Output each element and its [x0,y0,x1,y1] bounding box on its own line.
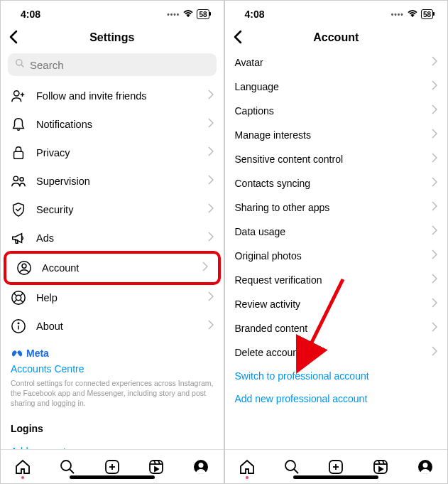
row-help[interactable]: Help [1,284,224,312]
row-privacy[interactable]: Privacy [1,139,224,167]
battery-icon: 58 [197,9,209,19]
row-review-activity[interactable]: Review activity [225,292,448,316]
chevron-right-icon [202,262,208,274]
chevron-right-icon [432,153,437,166]
row-label: Language [235,81,422,92]
tab-home[interactable] [13,458,32,476]
row-label: Delete account [235,347,422,358]
nav-header: Settings [1,25,224,50]
search-box[interactable] [8,53,217,76]
svg-point-0 [16,60,22,65]
row-supervision[interactable]: Supervision [1,167,224,195]
add-professional-link[interactable]: Add new professional account [225,387,448,410]
svg-line-31 [294,469,298,473]
row-label: Privacy [36,147,198,158]
tab-search[interactable] [58,458,77,476]
people-icon [11,173,26,189]
row-account[interactable]: Account [6,254,218,282]
row-follow-invite[interactable]: Follow and invite friends [1,82,224,110]
svg-line-20 [70,469,74,473]
status-bar: 4:08 •••• 58 [225,1,448,25]
tab-profile[interactable] [192,458,210,476]
svg-point-7 [20,178,23,181]
row-label: Security [36,204,198,215]
bell-icon [11,117,26,132]
svg-line-13 [21,294,23,296]
row-avatar[interactable]: Avatar [225,50,448,75]
tab-create[interactable] [103,458,121,476]
home-indicator [293,475,378,479]
svg-point-9 [22,264,26,268]
status-time: 4:08 [245,9,265,20]
row-label: About [36,321,198,332]
chevron-right-icon [208,118,214,131]
row-sharing-other-apps[interactable]: Sharing to other apps [225,195,448,220]
svg-point-29 [199,463,204,468]
row-data-usage[interactable]: Data usage [225,220,448,244]
back-button[interactable] [234,30,242,47]
row-ads[interactable]: Ads [1,224,224,252]
row-about[interactable]: About [1,312,224,340]
tab-home[interactable] [238,458,256,476]
row-label: Help [36,292,198,303]
row-notifications[interactable]: Notifications [1,110,224,139]
meta-brand-text: Meta [26,348,49,359]
row-label: Captions [235,105,422,117]
add-account-link[interactable]: Add account [1,440,224,449]
svg-point-6 [13,176,18,181]
row-manage-interests[interactable]: Manage interests [225,123,448,147]
chevron-right-icon [208,175,214,188]
svg-point-40 [422,463,427,468]
home-indicator [70,475,155,479]
row-label: Data usage [235,226,422,237]
chevron-right-icon [208,90,214,102]
back-button[interactable] [9,30,18,47]
cellular-dots-icon: •••• [167,11,180,18]
chevron-right-icon [432,225,437,238]
status-bar: 4:08 •••• 58 [1,1,224,25]
wifi-icon [182,9,194,20]
row-label: Branded content [235,323,422,334]
row-captions[interactable]: Captions [225,99,448,123]
highlight-annotation: Account [4,251,221,285]
chevron-right-icon [208,291,214,304]
tab-reels[interactable] [371,458,390,476]
account-screen: 4:08 •••• 58 Account Avatar Language Cap… [225,1,448,483]
svg-rect-24 [150,461,163,473]
row-language[interactable]: Language [225,75,448,99]
row-label: Ads [36,232,198,244]
account-content: Avatar Language Captions Manage interest… [225,50,448,449]
row-label: Account [42,262,192,274]
row-original-photos[interactable]: Original photos [225,244,448,268]
row-label: Original photos [235,250,422,262]
row-branded-content[interactable]: Branded content [225,316,448,340]
tab-reels[interactable] [147,458,165,476]
row-sensitive-content[interactable]: Sensitive content control [225,147,448,171]
tab-profile[interactable] [416,458,435,476]
search-icon [15,58,25,71]
row-contacts-syncing[interactable]: Contacts syncing [225,171,448,195]
switch-professional-link[interactable]: Switch to professional account [225,365,448,387]
lock-icon [11,145,26,161]
chevron-right-icon [432,298,437,311]
svg-line-14 [14,300,17,303]
accounts-centre-link[interactable]: Accounts Centre [11,363,214,375]
chevron-right-icon [208,232,214,244]
row-label: Manage interests [235,129,422,141]
nav-header: Account [225,25,448,50]
row-request-verification[interactable]: Request verification [225,268,448,292]
row-delete-account[interactable]: Delete account [225,340,448,365]
svg-rect-35 [374,461,387,473]
meta-logo: Meta [11,348,214,359]
row-security[interactable]: Security [1,195,224,224]
chevron-right-icon [432,129,437,141]
search-input[interactable] [30,59,209,71]
tab-search[interactable] [283,458,301,476]
chevron-right-icon [208,203,214,216]
settings-content: Follow and invite friends Notifications … [1,50,224,449]
cellular-dots-icon: •••• [391,11,404,18]
tab-create[interactable] [327,458,345,476]
chevron-right-icon [208,146,214,159]
chevron-right-icon [432,56,437,69]
chevron-right-icon [432,274,437,286]
